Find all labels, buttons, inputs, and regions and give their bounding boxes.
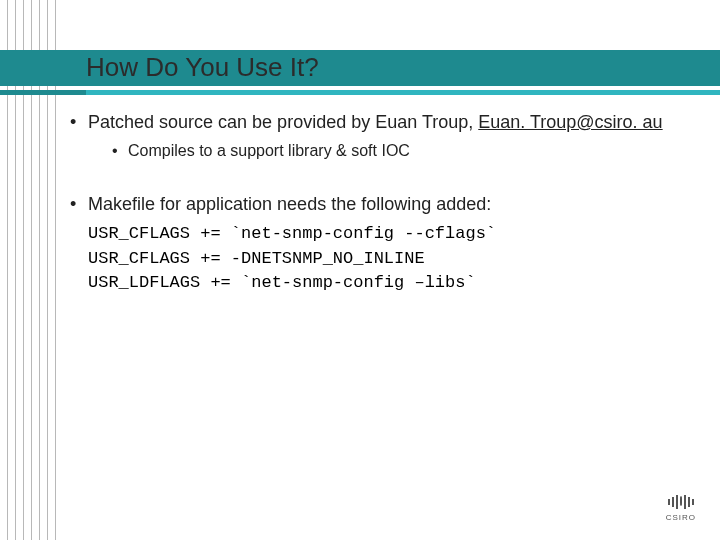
slide-title: How Do You Use It? bbox=[86, 52, 319, 83]
code-line-2: USR_CFLAGS += -DNETSNMP_NO_INLINE bbox=[88, 247, 680, 272]
bullet-text: Patched source can be provided by Euan T… bbox=[88, 112, 478, 132]
code-line-3: USR_LDFLAGS += `net-snmp-config –libs` bbox=[88, 271, 680, 296]
contact-email: Euan. Troup@csiro. au bbox=[478, 112, 662, 132]
subbullet-compiles: Compiles to a support library & soft IOC bbox=[112, 140, 680, 162]
bullet-makefile: Makefile for application needs the follo… bbox=[70, 192, 680, 216]
logo-text: CSIRO bbox=[666, 513, 696, 522]
slide: How Do You Use It? Patched source can be… bbox=[0, 0, 720, 540]
logo-icon bbox=[668, 493, 694, 511]
bullet-patched-source: Patched source can be provided by Euan T… bbox=[70, 110, 680, 162]
code-block: USR_CFLAGS += `net-snmp-config --cflags`… bbox=[88, 222, 680, 296]
slide-body: Patched source can be provided by Euan T… bbox=[70, 110, 680, 296]
csiro-logo: CSIRO bbox=[666, 491, 696, 522]
header-accent bbox=[0, 90, 720, 95]
code-line-1: USR_CFLAGS += `net-snmp-config --cflags` bbox=[88, 222, 680, 247]
